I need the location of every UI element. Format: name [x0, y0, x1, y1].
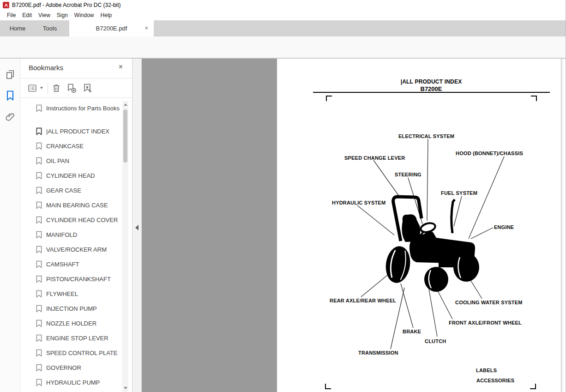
- tab-home[interactable]: Home: [6, 20, 30, 36]
- bookmark-item[interactable]: OIL PAN: [20, 154, 122, 169]
- close-panel-icon[interactable]: ×: [119, 63, 123, 71]
- main-toolbar: / 188 66.7%: [0, 36, 566, 58]
- bookmark-icon: [36, 260, 42, 268]
- bookmark-item-partial[interactable]: [20, 390, 122, 392]
- bookmark-item[interactable]: CAMSHAFT: [20, 257, 122, 272]
- menu-help[interactable]: Help: [97, 11, 115, 20]
- menu-window[interactable]: Window: [71, 11, 97, 20]
- diagram-label-rear-axle-rear-wheel: REAR AXLE/REAR WHEEL: [330, 298, 396, 303]
- diagram-label-speed-change-lever: SPEED CHANGE LEVER: [344, 155, 405, 161]
- bookmark-options-caret-icon[interactable]: [40, 87, 43, 89]
- bookmark-options-icon[interactable]: [27, 83, 38, 94]
- bookmark-label: MANIFOLD: [46, 228, 77, 239]
- window-title: B7200E.pdf - Adobe Acrobat Pro DC (32-bi…: [12, 2, 120, 8]
- diagram-label-fuel-system: FUEL SYSTEM: [441, 190, 477, 196]
- bookmark-label: SPEED CONTROL PLATE: [46, 346, 118, 357]
- bookmark-label: CRANKCASE: [46, 139, 84, 150]
- panel-collapse-strip[interactable]: [132, 59, 142, 392]
- bookmark-icon: [36, 201, 42, 209]
- diagram-label-clutch: CLUTCH: [425, 338, 446, 344]
- diagram-label-hydraulic-system: HYDRAULIC SYSTEM: [332, 200, 385, 205]
- bookmarks-panel-icon[interactable]: [4, 89, 17, 102]
- tab-tools[interactable]: Tools: [39, 20, 61, 36]
- document-scroll-edge[interactable]: [561, 59, 563, 392]
- bookmark-label: |ALL PRODUCT INDEX: [46, 124, 109, 135]
- collapse-panel-icon[interactable]: [135, 225, 138, 230]
- tab-bar: Home Tools B7200E.pdf ×: [0, 20, 566, 36]
- bookmark-item[interactable]: CYLINDER HEAD COVER: [20, 213, 122, 228]
- find-current-bookmark-icon[interactable]: [82, 83, 93, 94]
- bookmark-item[interactable]: CYLINDER HEAD: [20, 169, 122, 183]
- bookmark-item[interactable]: |ALL PRODUCT INDEX: [20, 124, 122, 139]
- acrobat-window: B7200E.pdf - Adobe Acrobat Pro DC (32-bi…: [0, 0, 566, 392]
- bookmark-label: GOVERNOR: [46, 361, 81, 372]
- bookmark-label: Instructions for Parts Books: [46, 101, 120, 112]
- bookmark-item[interactable]: MANIFOLD: [20, 228, 122, 242]
- bookmark-label: INJECTION PUMP: [46, 302, 97, 313]
- bookmark-icon: [36, 320, 42, 327]
- menu-edit[interactable]: Edit: [19, 11, 35, 20]
- diagram-label-transmission: TRANSMISSION: [358, 350, 398, 356]
- navigation-pane-strip: [0, 59, 20, 392]
- content-area: Bookmarks ×: [0, 58, 566, 392]
- bookmark-icon: [36, 104, 42, 112]
- delete-bookmark-icon[interactable]: [51, 83, 62, 94]
- scroll-up-icon[interactable]: [122, 101, 128, 108]
- diagram-label-electrical-system: ELECTRICAL SYSTEM: [398, 133, 454, 139]
- bookmark-icon: [36, 334, 42, 342]
- bookmarks-panel-title: Bookmarks: [29, 64, 63, 72]
- bookmarks-list: Instructions for Parts Books |ALL PRODUC…: [20, 101, 122, 392]
- bookmark-icon: [36, 157, 42, 165]
- bookmarks-scrollbar[interactable]: [122, 101, 128, 392]
- bookmark-item[interactable]: PISTON/CRANKSHAFT: [20, 272, 122, 287]
- bookmark-icon: [36, 216, 42, 224]
- close-document-icon[interactable]: ×: [145, 25, 148, 31]
- bookmark-icon: [36, 127, 42, 135]
- bookmark-item[interactable]: GOVERNOR: [20, 361, 122, 375]
- bookmark-item[interactable]: VALVE/ROCKER ARM: [20, 242, 122, 257]
- bookmark-icon: [36, 142, 42, 150]
- bookmark-icon: [36, 349, 42, 357]
- document-view-area: |ALL PRODUCT INDEX B7200E: [142, 59, 563, 392]
- new-bookmark-icon[interactable]: [66, 83, 77, 94]
- bookmark-item[interactable]: FLYWHEEL: [20, 287, 122, 302]
- bookmark-item[interactable]: HYDRAULIC PUMP: [20, 375, 122, 390]
- menu-file[interactable]: File: [4, 11, 19, 20]
- tab-document[interactable]: B7200E.pdf ×: [69, 20, 154, 36]
- bookmark-item[interactable]: MAIN BEARING CASE: [20, 198, 122, 213]
- bookmark-icon: [36, 231, 42, 239]
- scrollbar-thumb[interactable]: [123, 109, 127, 163]
- bookmarks-panel-header: Bookmarks ×: [20, 59, 132, 78]
- bookmark-label: HYDRAULIC PUMP: [46, 375, 100, 386]
- bookmark-icon: [36, 246, 42, 253]
- bookmark-item[interactable]: NOZZLE HOLDER: [20, 316, 122, 331]
- menu-sign[interactable]: Sign: [54, 11, 71, 20]
- attachments-icon[interactable]: [4, 110, 17, 123]
- diagram-label-hood-bonnet-chassis: HOOD (BONNET)/CHASSIS: [456, 151, 523, 156]
- menu-view[interactable]: View: [35, 11, 54, 20]
- scroll-down-icon[interactable]: [122, 385, 128, 391]
- bookmark-label: OIL PAN: [46, 154, 69, 165]
- bookmark-item[interactable]: Instructions for Parts Books: [20, 101, 122, 124]
- page-thumbnails-icon[interactable]: [4, 68, 17, 81]
- panel-toolbar-divider: [48, 82, 48, 94]
- diagram-label-cooling-water-system: COOLING WATER SYSTEM: [455, 300, 523, 305]
- title-bar: B7200E.pdf - Adobe Acrobat Pro DC (32-bi…: [0, 0, 566, 10]
- bookmark-item[interactable]: GEAR CASE: [20, 183, 122, 198]
- bookmark-icon: [36, 364, 42, 372]
- tractor-diagram: [277, 59, 563, 392]
- bookmark-icon: [36, 275, 42, 283]
- bookmark-item[interactable]: ENGINE STOP LEVER: [20, 331, 122, 346]
- document-tab-label: B7200E.pdf: [96, 25, 127, 32]
- bookmark-label: CAMSHAFT: [46, 257, 79, 268]
- bookmark-item[interactable]: SPEED CONTROL PLATE: [20, 346, 122, 361]
- bookmark-icon: [36, 379, 42, 386]
- diagram-label-accessories: ACCESSORIES: [476, 378, 514, 383]
- bookmark-icon: [36, 187, 42, 194]
- diagram-label-front-axle-front-wheel: FRONT AXLE/FRONT WHEEL: [449, 320, 522, 326]
- bookmark-item[interactable]: INJECTION PUMP: [20, 302, 122, 316]
- menu-bar: File Edit View Sign Window Help: [0, 10, 566, 20]
- acrobat-app-icon: [3, 2, 9, 8]
- tractor-image: [384, 197, 479, 292]
- bookmark-item[interactable]: CRANKCASE: [20, 139, 122, 154]
